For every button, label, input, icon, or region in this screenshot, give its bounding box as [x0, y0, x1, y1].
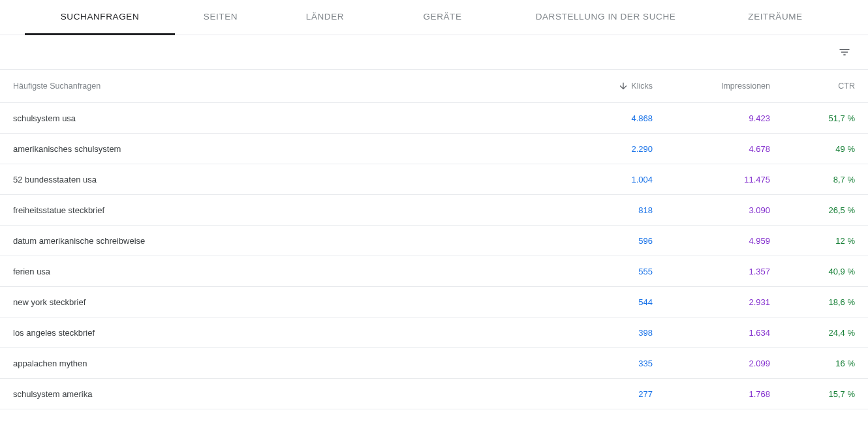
- cell-query: schulsystem amerika: [13, 389, 555, 399]
- cell-ctr: 49 %: [770, 144, 855, 154]
- header-clicks-label: Klicks: [631, 81, 653, 91]
- cell-query: appalachen mythen: [13, 359, 555, 368]
- table-row[interactable]: amerikanisches schulsystem2.2904.67849 %: [0, 134, 868, 164]
- tab-queries[interactable]: SUCHANFRAGEN: [25, 0, 175, 35]
- cell-impressions: 1.357: [653, 267, 770, 276]
- tab-devices[interactable]: GERÄTE: [384, 0, 501, 35]
- cell-impressions: 4.678: [653, 144, 770, 154]
- cell-ctr: 15,7 %: [770, 389, 855, 399]
- queries-table: Häufigste Suchanfragen Klicks Impression…: [0, 69, 868, 409]
- cell-ctr: 40,9 %: [770, 267, 855, 276]
- tab-pages[interactable]: SEITEN: [175, 0, 266, 35]
- table-row[interactable]: 52 bundesstaaten usa1.00411.4758,7 %: [0, 164, 868, 195]
- cell-query: new york steckbrief: [13, 297, 555, 307]
- tabs-bar: SUCHANFRAGEN SEITEN LÄNDER GERÄTE DARSTE…: [0, 0, 868, 35]
- header-impressions-label: Impressionen: [721, 81, 770, 91]
- cell-impressions: 3.090: [653, 205, 770, 215]
- cell-clicks: 818: [555, 205, 653, 215]
- cell-clicks: 4.868: [555, 113, 653, 123]
- cell-query: datum amerikanische schreibweise: [13, 236, 555, 246]
- cell-query: freiheitsstatue steckbrief: [13, 205, 555, 215]
- table-row[interactable]: new york steckbrief5442.93118,6 %: [0, 287, 868, 317]
- cell-clicks: 2.290: [555, 144, 653, 154]
- header-impressions[interactable]: Impressionen: [653, 81, 770, 91]
- table-row[interactable]: freiheitsstatue steckbrief8183.09026,5 %: [0, 195, 868, 226]
- cell-ctr: 16 %: [770, 359, 855, 368]
- table-header-row: Häufigste Suchanfragen Klicks Impression…: [0, 69, 868, 103]
- cell-impressions: 2.931: [653, 297, 770, 307]
- cell-query: los angeles steckbrief: [13, 328, 555, 338]
- cell-impressions: 1.768: [653, 389, 770, 399]
- cell-query: 52 bundesstaaten usa: [13, 175, 555, 184]
- table-row[interactable]: los angeles steckbrief3981.63424,4 %: [0, 317, 868, 348]
- cell-clicks: 544: [555, 297, 653, 307]
- cell-impressions: 9.423: [653, 113, 770, 123]
- cell-impressions: 11.475: [653, 175, 770, 184]
- header-clicks[interactable]: Klicks: [555, 81, 653, 91]
- header-ctr[interactable]: CTR: [770, 81, 855, 91]
- cell-ctr: 24,4 %: [770, 328, 855, 338]
- cell-impressions: 1.634: [653, 328, 770, 338]
- header-ctr-label: CTR: [838, 81, 855, 91]
- table-row[interactable]: ferien usa5551.35740,9 %: [0, 256, 868, 287]
- table-row[interactable]: datum amerikanische schreibweise5964.959…: [0, 226, 868, 256]
- tab-countries[interactable]: LÄNDER: [266, 0, 384, 35]
- cell-impressions: 2.099: [653, 359, 770, 368]
- sort-desc-icon: [618, 81, 628, 91]
- cell-clicks: 335: [555, 359, 653, 368]
- cell-impressions: 4.959: [653, 236, 770, 246]
- cell-ctr: 12 %: [770, 236, 855, 246]
- header-query[interactable]: Häufigste Suchanfragen: [13, 81, 555, 91]
- filter-icon[interactable]: [837, 44, 852, 60]
- cell-ctr: 8,7 %: [770, 175, 855, 184]
- cell-ctr: 26,5 %: [770, 205, 855, 215]
- cell-clicks: 596: [555, 236, 653, 246]
- cell-query: ferien usa: [13, 267, 555, 276]
- cell-clicks: 277: [555, 389, 653, 399]
- tab-search-appearance[interactable]: DARSTELLUNG IN DER SUCHE: [501, 0, 710, 35]
- cell-ctr: 18,6 %: [770, 297, 855, 307]
- filter-row: [0, 35, 868, 69]
- cell-clicks: 555: [555, 267, 653, 276]
- table-row[interactable]: schulsystem amerika2771.76815,7 %: [0, 379, 868, 409]
- table-row[interactable]: schulsystem usa4.8689.42351,7 %: [0, 103, 868, 134]
- cell-query: schulsystem usa: [13, 113, 555, 123]
- tab-dates[interactable]: ZEITRÄUME: [710, 0, 841, 35]
- table-body: schulsystem usa4.8689.42351,7 %amerikani…: [0, 103, 868, 409]
- table-row[interactable]: appalachen mythen3352.09916 %: [0, 348, 868, 379]
- cell-clicks: 398: [555, 328, 653, 338]
- cell-ctr: 51,7 %: [770, 113, 855, 123]
- cell-clicks: 1.004: [555, 175, 653, 184]
- cell-query: amerikanisches schulsystem: [13, 144, 555, 154]
